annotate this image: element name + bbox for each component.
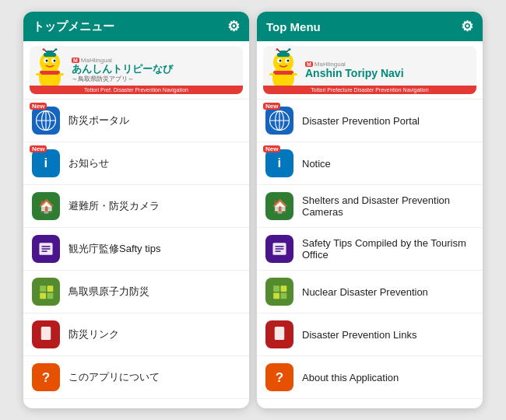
shelter-icon: 🏠 xyxy=(265,192,293,220)
svg-text:i: i xyxy=(44,156,48,170)
svg-text:?: ? xyxy=(276,370,283,385)
menu-item-notice[interactable]: NewiNotice xyxy=(257,142,483,185)
nuclear-icon-wrap xyxy=(31,277,61,306)
notice-new-badge: New xyxy=(30,145,47,152)
notice-icon-wrap: Newi xyxy=(31,149,61,178)
svg-point-50 xyxy=(289,48,291,51)
safety-icon xyxy=(265,235,293,263)
menu-item-nuclear[interactable]: 鳥取県原子力防災 xyxy=(23,271,249,313)
portal-label: Disaster Prevention Portal xyxy=(302,115,475,127)
links-icon xyxy=(32,320,60,348)
about-label: このアプリについて xyxy=(69,370,241,384)
svg-text:i: i xyxy=(278,156,282,170)
left-header: トップメニュー ⚙ xyxy=(23,12,249,41)
svg-rect-51 xyxy=(273,71,293,75)
notice-label: Notice xyxy=(302,158,475,170)
menu-item-about[interactable]: ?About this Application xyxy=(257,356,483,399)
menu-item-notice[interactable]: Newiお知らせ xyxy=(23,142,249,185)
menu-item-shelter[interactable]: 🏠Shelters and Disaster Prevention Camera… xyxy=(257,185,483,228)
right-banner-title: Anshin Toripy Navi xyxy=(305,68,476,79)
menu-item-safety[interactable]: 観光庁監修Safty tips xyxy=(23,228,249,271)
shelter-label: 避難所・防災カメラ xyxy=(69,199,241,213)
left-menu-list: New防災ポータルNewiお知らせ🏠避難所・防災カメラ観光庁監修Safty ti… xyxy=(23,100,249,408)
svg-rect-74 xyxy=(281,285,287,292)
svg-rect-33 xyxy=(47,285,54,292)
shelter-icon-wrap: 🏠 xyxy=(31,191,61,221)
right-header-title: Top Menu xyxy=(266,20,321,33)
nuclear-icon-wrap xyxy=(265,277,294,306)
left-banner-title: あんしんトリピーなび xyxy=(72,64,243,75)
svg-rect-16 xyxy=(47,51,53,54)
notice-new-badge: New xyxy=(263,145,280,152)
svg-rect-76 xyxy=(281,293,287,299)
svg-rect-34 xyxy=(40,293,46,299)
notice-label: お知らせ xyxy=(69,156,241,170)
portal-icon-wrap: New xyxy=(31,106,61,135)
svg-point-5 xyxy=(54,60,56,62)
links-icon xyxy=(265,320,293,348)
svg-rect-10 xyxy=(40,71,60,75)
svg-point-46 xyxy=(287,60,290,62)
svg-rect-75 xyxy=(273,293,279,299)
svg-point-48 xyxy=(276,48,279,51)
menu-item-portal[interactable]: NewDisaster Prevention Portal xyxy=(257,100,483,142)
svg-point-45 xyxy=(279,60,282,62)
right-phone: Top Menu ⚙ xyxy=(257,12,483,408)
links-icon-wrap xyxy=(31,320,61,349)
svg-rect-53 xyxy=(292,73,297,75)
menu-item-about[interactable]: ?このアプリについて xyxy=(23,356,249,399)
left-banner-text: M MaHlingual あんしんトリピーなび ～鳥取県防災アプリ～ xyxy=(70,57,243,83)
svg-rect-52 xyxy=(269,73,275,75)
nuclear-icon xyxy=(32,278,60,306)
menu-item-nuclear[interactable]: Nuclear Disaster Prevention xyxy=(257,271,483,313)
about-icon-wrap: ? xyxy=(265,362,294,392)
portal-icon xyxy=(32,107,60,135)
shelter-icon: 🏠 xyxy=(32,192,60,220)
right-header: Top Menu ⚙ xyxy=(257,12,483,41)
svg-rect-31 xyxy=(35,281,57,303)
about-label: About this Application xyxy=(302,372,475,383)
nuclear-label: Nuclear Disaster Prevention xyxy=(302,286,475,298)
svg-rect-35 xyxy=(47,293,54,299)
safety-icon-wrap xyxy=(265,234,294,264)
about-icon-wrap: ? xyxy=(31,362,61,392)
menu-item-links[interactable]: Disaster Prevention Links xyxy=(257,313,483,356)
svg-text:🏠: 🏠 xyxy=(38,198,55,215)
shelter-icon-wrap: 🏠 xyxy=(265,191,294,221)
links-label: Disaster Prevention Links xyxy=(302,329,475,341)
safety-label: Safety Tips Compiled by the Tourism Offi… xyxy=(302,237,475,261)
nuclear-icon xyxy=(265,278,293,306)
portal-new-badge: New xyxy=(30,103,47,110)
svg-rect-11 xyxy=(36,73,41,75)
left-banner-subtitle: ～鳥取県防災アプリ～ xyxy=(72,75,243,83)
notice-icon-wrap: Newi xyxy=(265,149,294,178)
menu-item-shelter[interactable]: 🏠避難所・防災カメラ xyxy=(23,185,249,228)
svg-rect-12 xyxy=(58,73,64,75)
notice-icon: i xyxy=(265,149,293,177)
right-banner: M MaHlingual Anshin Toripy Navi Tottori … xyxy=(257,41,483,100)
svg-rect-57 xyxy=(280,51,286,54)
svg-text:🏠: 🏠 xyxy=(272,198,289,215)
portal-icon xyxy=(265,107,293,135)
right-gear-icon[interactable]: ⚙ xyxy=(461,18,473,35)
menu-item-safety[interactable]: Safety Tips Compiled by the Tourism Offi… xyxy=(257,228,483,271)
menu-item-links[interactable]: 防災リンク xyxy=(23,313,249,356)
svg-point-4 xyxy=(46,60,48,62)
safety-icon-wrap xyxy=(31,234,61,264)
svg-rect-73 xyxy=(273,285,279,292)
svg-text:?: ? xyxy=(42,370,50,385)
svg-rect-37 xyxy=(41,327,51,340)
svg-point-7 xyxy=(43,48,45,51)
left-banner-strip: Tottori Pref. Disaster Prevention Naviga… xyxy=(30,86,243,94)
nuclear-label: 鳥取県原子力防災 xyxy=(69,285,241,299)
menu-item-portal[interactable]: New防災ポータル xyxy=(23,100,249,142)
svg-point-9 xyxy=(55,48,58,51)
right-banner-strip: Tottori Prefecture Disaster Prevention N… xyxy=(263,86,476,94)
notice-icon: i xyxy=(32,149,60,177)
right-menu-list: NewDisaster Prevention PortalNewiNotice🏠… xyxy=(257,100,483,408)
left-banner: M MaHlingual あんしんトリピーなび ～鳥取県防災アプリ～ Totto… xyxy=(23,41,249,100)
left-gear-icon[interactable]: ⚙ xyxy=(227,18,240,35)
right-banner-text: M MaHlingual Anshin Toripy Navi xyxy=(304,61,476,79)
shelter-label: Shelters and Disaster Prevention Cameras xyxy=(302,194,475,218)
links-icon-wrap xyxy=(265,320,294,349)
